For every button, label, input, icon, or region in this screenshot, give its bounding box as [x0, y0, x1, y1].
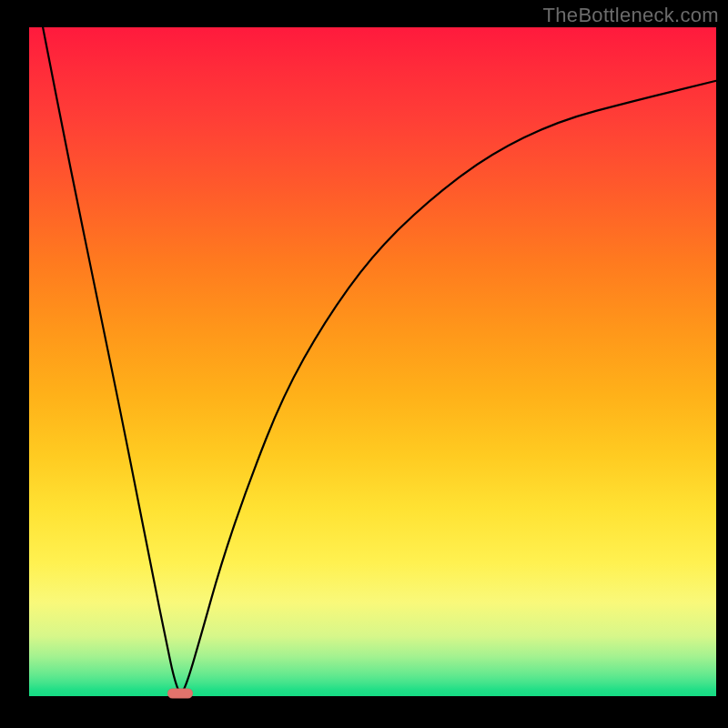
minimum-marker — [167, 689, 193, 699]
watermark-text: TheBottleneck.com — [543, 4, 719, 27]
chart-frame: TheBottleneck.com — [0, 0, 728, 728]
bottleneck-curve — [43, 27, 716, 693]
plot-area — [29, 27, 716, 696]
curve-svg — [29, 27, 716, 696]
